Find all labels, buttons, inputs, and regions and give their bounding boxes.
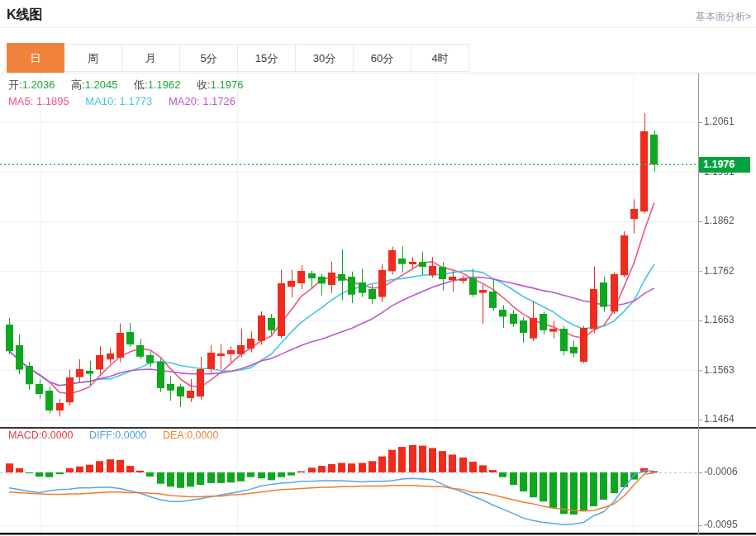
kline-chart-canvas[interactable] (0, 74, 756, 536)
ma10-readout: MA10: 1.1773 (85, 95, 152, 107)
close-readout: 收:1.1976 (197, 78, 243, 91)
tab-60min[interactable]: 60分 (354, 44, 411, 72)
tab-week[interactable]: 周 (64, 44, 122, 72)
ma-readout: MA5: 1.1895 MA10: 1.1773 MA20: 1.1726 (8, 95, 249, 107)
ma20-readout: MA20: 1.1726 (169, 95, 235, 107)
open-readout: 开:1.2036 (8, 78, 55, 91)
tab-5min[interactable]: 5分 (180, 44, 238, 72)
macd-value: MACD:0.0000 (8, 429, 74, 441)
tab-30min[interactable]: 30分 (296, 44, 354, 72)
high-readout: 高:1.2045 (71, 78, 117, 91)
kline-app: K线图 基本面分析> 日 周 月 5分 15分 30分 60分 4时 开:1.2… (0, 0, 756, 536)
tab-day[interactable]: 日 (7, 43, 64, 73)
interval-tabbar: 日 周 月 5分 15分 30分 60分 4时 (7, 44, 469, 74)
tab-month[interactable]: 月 (122, 44, 180, 72)
ma5-readout: MA5: 1.1895 (8, 95, 69, 107)
macd-readout: MACD:0.0000 DIFF:0.0000 DEA:0.0000 (8, 429, 231, 441)
tab-15min[interactable]: 15分 (238, 44, 296, 72)
page-title: K线图 (7, 7, 43, 24)
tab-4hour[interactable]: 4时 (411, 44, 469, 72)
ohlc-readout: 开:1.2036 高:1.2045 低:1.1962 收:1.1976 (8, 78, 256, 92)
dea-value: DEA:0.0000 (163, 429, 218, 441)
low-readout: 低:1.1962 (134, 78, 180, 91)
chart-area: 开:1.2036 高:1.2045 低:1.1962 收:1.1976 MA5:… (0, 74, 756, 536)
current-price-tag: 1.1976 (699, 157, 750, 173)
header-divider (0, 27, 756, 28)
diff-value: DIFF:0.0000 (89, 429, 146, 441)
fundamental-analysis-link[interactable]: 基本面分析> (696, 10, 751, 24)
